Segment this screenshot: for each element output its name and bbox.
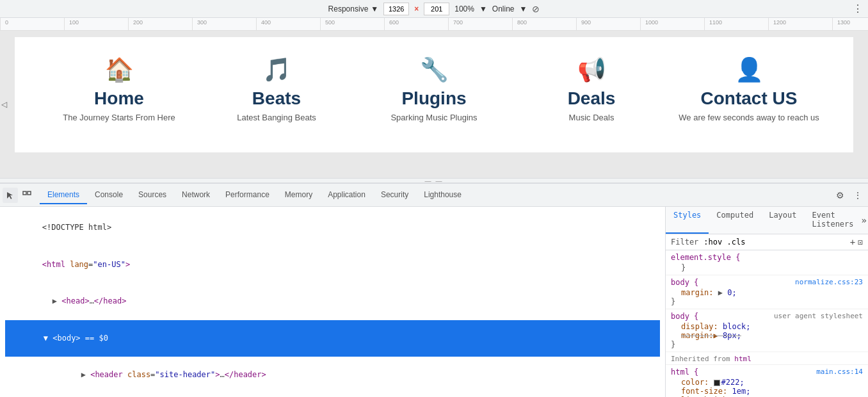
plugins-icon: 🔧 xyxy=(420,56,449,83)
code-header[interactable]: ▶ <header class="site-header">…</header> xyxy=(5,357,660,394)
styles-block-body-ua: body { user agent stylesheet display: bl… xyxy=(666,309,868,352)
styles-tabs: Styles Computed Layout Event Listeners » xyxy=(666,207,868,234)
tab-sources[interactable]: Sources xyxy=(131,186,174,204)
beats-title: Beats xyxy=(252,88,301,109)
styles-tab-layout[interactable]: Layout xyxy=(761,207,804,234)
styles-closing-brace3: } xyxy=(671,340,863,349)
styles-tab-styles[interactable]: Styles xyxy=(666,207,709,234)
width-input[interactable] xyxy=(383,3,409,15)
styles-selector-html[interactable]: html { main.css:14 xyxy=(671,368,863,377)
styles-prop-margin-ua: margin:▶ 8px; xyxy=(671,331,863,340)
online-dropdown-icon[interactable]: ▼ xyxy=(520,4,527,13)
cursor-icon[interactable] xyxy=(3,188,18,203)
tab-console[interactable]: Console xyxy=(87,186,131,204)
styles-block-html-main: html { main.css:14 color: #222; font-siz… xyxy=(666,365,868,397)
nav-item-home: 🏠 Home The Journey Starts From Here xyxy=(40,50,198,130)
plugins-subtitle: Sparking Music Plugins xyxy=(390,113,477,124)
website-preview: 🏠 Home The Journey Starts From Here 🎵 Be… xyxy=(15,37,853,152)
resize-dots-icon: — — xyxy=(425,177,444,184)
elements-panel: <!DOCTYPE html> <html lang="en-US"> ▶ <h… xyxy=(0,207,666,397)
styles-closing-brace2: } xyxy=(671,297,863,306)
online-label[interactable]: Online xyxy=(492,4,515,13)
tab-network[interactable]: Network xyxy=(174,186,218,204)
devtools-more-icon[interactable]: ⋮ xyxy=(850,188,865,203)
styles-closing-brace: } xyxy=(671,263,863,272)
styles-selector-body-ua[interactable]: body { user agent stylesheet xyxy=(671,312,863,321)
styles-filter-input[interactable] xyxy=(701,238,847,247)
svg-rect-0 xyxy=(23,191,26,195)
plugins-title: Plugins xyxy=(401,88,466,109)
resize-handle[interactable]: — — xyxy=(0,178,868,183)
devtools-panel: Elements Console Sources Network Perform… xyxy=(0,183,868,397)
code-html[interactable]: <html lang="en-US"> xyxy=(5,247,660,284)
ruler: 0 100 200 300 400 500 600 700 800 900 10… xyxy=(0,18,868,31)
tab-lighthouse[interactable]: Lighthouse xyxy=(416,186,469,204)
nav-item-contact: 👤 Contact US We are few seconds away to … xyxy=(670,50,828,130)
styles-tab-event-listeners[interactable]: Event Listeners xyxy=(805,207,862,234)
ua-source-label: user agent stylesheet xyxy=(774,312,863,320)
svg-rect-1 xyxy=(28,191,31,195)
code-comment: <!-- site-header --> xyxy=(5,394,660,397)
home-icon: 🏠 xyxy=(105,56,134,83)
home-title: Home xyxy=(94,88,144,109)
styles-tab-computed[interactable]: Computed xyxy=(709,207,761,234)
styles-prop-color: color: #222; xyxy=(671,378,863,387)
inherited-from-label: Inherited from html xyxy=(666,352,868,365)
code-head[interactable]: ▶ <head>…</head> xyxy=(5,283,660,320)
devtools-content: <!DOCTYPE html> <html lang="en-US"> ▶ <h… xyxy=(0,207,868,397)
toolbar-right: ⋮ xyxy=(853,3,863,15)
main-css-source-link[interactable]: main.css:14 xyxy=(816,368,863,376)
styles-prop-font-size: font-size: 1em; xyxy=(671,387,863,396)
code-body[interactable]: ▼ <body> == $0 xyxy=(5,320,660,357)
code-doctype: <!DOCTYPE html> xyxy=(5,209,660,247)
styles-toggle-icon[interactable]: ⊡ xyxy=(858,238,863,247)
responsive-dropdown-icon[interactable]: ▼ xyxy=(371,4,378,13)
styles-panel: Styles Computed Layout Event Listeners »… xyxy=(666,207,868,397)
zoom-dropdown-icon[interactable]: ▼ xyxy=(479,4,487,13)
toolbar: Responsive ▼ × 100% ▼ Online ▼ ⊘ ⋮ xyxy=(0,0,868,18)
nav-item-plugins: 🔧 Plugins Sparking Music Plugins xyxy=(355,50,513,130)
tab-security[interactable]: Security xyxy=(373,186,416,204)
beats-subtitle: Latest Banging Beats xyxy=(237,113,316,124)
styles-prop-display: display: block; xyxy=(671,322,863,331)
normalize-source-link[interactable]: normalize.css:23 xyxy=(795,278,863,286)
toolbar-menu-icon[interactable]: ⋮ xyxy=(853,3,863,15)
styles-prop-margin: margin: ▶ 0; xyxy=(671,288,863,297)
preview-area: ◁ 🏠 Home The Journey Starts From Here 🎵 … xyxy=(0,31,868,178)
devtools-tab-bar: Elements Console Sources Network Perform… xyxy=(0,184,868,207)
tab-memory[interactable]: Memory xyxy=(277,186,320,204)
zoom-label[interactable]: 100% xyxy=(454,4,474,13)
tab-performance[interactable]: Performance xyxy=(218,186,277,204)
settings-icon[interactable]: ⚙ xyxy=(832,188,848,203)
styles-selector-body-normalize[interactable]: body { normalize.css:23 xyxy=(671,278,863,287)
styles-add-rule-icon[interactable]: + xyxy=(850,237,855,247)
deals-title: Deals xyxy=(568,88,616,109)
contact-title: Contact US xyxy=(701,88,798,109)
tab-elements[interactable]: Elements xyxy=(40,186,87,204)
devtools-icon-group xyxy=(3,188,35,203)
styles-more-icon[interactable]: » xyxy=(862,207,868,234)
deals-icon: 📢 xyxy=(577,56,606,83)
contact-icon: 👤 xyxy=(735,56,764,83)
devtools-actions: ⚙ ⋮ xyxy=(832,188,865,203)
nav-item-deals: 📢 Deals Music Deals xyxy=(513,50,670,130)
styles-block-body-normalize: body { normalize.css:23 margin: ▶ 0; } xyxy=(666,275,868,309)
styles-filter-bar: Filter + ⊡ xyxy=(666,234,868,250)
nav-item-beats: 🎵 Beats Latest Banging Beats xyxy=(198,50,355,130)
height-input[interactable] xyxy=(424,3,449,15)
responsive-controls: Responsive ▼ xyxy=(328,4,379,13)
left-collapse-icon[interactable]: ◁ xyxy=(0,97,8,111)
styles-selector-element[interactable]: element.style { xyxy=(671,253,863,262)
contact-subtitle: We are few seconds away to reach us xyxy=(679,113,819,124)
tab-application[interactable]: Application xyxy=(320,186,373,204)
no-throttle-icon: ⊘ xyxy=(532,4,540,14)
beats-icon: 🎵 xyxy=(262,56,291,83)
dimension-separator: × xyxy=(414,4,419,13)
responsive-label[interactable]: Responsive xyxy=(328,4,369,13)
inspect-box-icon[interactable] xyxy=(19,188,35,203)
filter-icon: Filter xyxy=(671,238,698,247)
home-subtitle: The Journey Starts From Here xyxy=(63,113,175,124)
styles-block-element: element.style { } xyxy=(666,250,868,275)
deals-subtitle: Music Deals xyxy=(569,113,615,124)
